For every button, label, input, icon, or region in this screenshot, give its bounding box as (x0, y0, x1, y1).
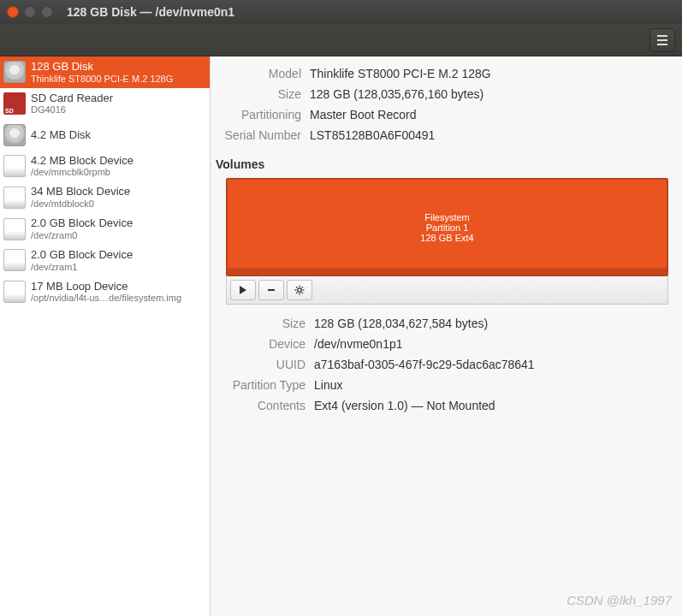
volume-toolbar (226, 276, 668, 305)
label-size: Size (216, 87, 301, 101)
label-contents: Contents (216, 399, 305, 412)
sidebar-item-text: 17 MB Loop Device/opt/nvidia/l4t-us…de/f… (31, 280, 181, 305)
sidebar-item-text: 128 GB DiskThinklife ST8000 PCI-E M.2 12… (31, 60, 173, 85)
detail-grid: Size 128 GB (128,034,627,584 bytes) Devi… (216, 317, 668, 412)
sidebar-item-title: SD Card Reader (31, 92, 113, 105)
volume-partition[interactable]: Filesystem Partition 1 128 GB Ext4 (226, 178, 668, 276)
value-size: 128 GB (128,035,676,160 bytes) (310, 87, 668, 101)
main-panel: Model Thinklife ST8000 PCI-E M.2 128G Si… (211, 56, 682, 616)
sidebar-item-subtitle: /dev/zram1 (31, 262, 133, 273)
value-uuid: a7163baf-0305-467f-9c29-5dac6ac78641 (314, 358, 668, 371)
unmount-button[interactable] (258, 280, 284, 300)
value-model: Thinklife ST8000 PCI-E M.2 128G (310, 67, 668, 80)
sidebar-item-title: 34 MB Block Device (31, 185, 130, 198)
sidebar: 128 GB DiskThinklife ST8000 PCI-E M.2 12… (0, 56, 211, 616)
play-icon (239, 286, 247, 294)
minus-icon (267, 286, 276, 294)
label-uuid: UUID (216, 358, 305, 371)
value-device: /dev/nvme0n1p1 (314, 337, 668, 351)
sidebar-item-text: 2.0 GB Block Device/dev/zram1 (31, 248, 133, 273)
titlebar: 128 GB Disk — /dev/nvme0n1 (0, 0, 682, 24)
sidebar-item-title: 4.2 MB Block Device (31, 154, 133, 168)
window-title: 128 GB Disk — /dev/nvme0n1 (67, 5, 234, 19)
toolbar (0, 24, 682, 56)
svg-rect-0 (268, 289, 275, 291)
label-model: Model (216, 67, 301, 80)
value-serial: LST85128B0A6F00491 (310, 128, 668, 142)
gear-icon (294, 285, 305, 295)
value-ptype: Linux (314, 378, 668, 392)
label-serial: Serial Number (216, 128, 301, 142)
sidebar-item-text: SD Card ReaderDG4016 (31, 92, 113, 116)
info-grid: Model Thinklife ST8000 PCI-E M.2 128G Si… (216, 67, 668, 142)
value-p-size: 128 GB (128,034,627,584 bytes) (314, 317, 668, 330)
sidebar-item-title: 2.0 GB Block Device (31, 248, 133, 262)
menu-button[interactable] (649, 28, 675, 52)
sidebar-item-subtitle: /dev/mmcblk0rpmb (31, 167, 133, 178)
close-icon[interactable] (7, 6, 19, 18)
blk-icon (3, 155, 26, 177)
sidebar-item-subtitle: /dev/mtdblock0 (31, 198, 130, 210)
sidebar-item-subtitle: DG4016 (31, 104, 113, 116)
sd-icon (3, 92, 26, 115)
label-partitioning: Partitioning (216, 108, 301, 121)
label-device: Device (216, 337, 305, 351)
settings-button[interactable] (287, 280, 312, 300)
blk-icon (3, 187, 26, 209)
sidebar-item-5[interactable]: 2.0 GB Block Device/dev/zram0 (0, 213, 210, 245)
sidebar-item-title: 4.2 MB Disk (31, 128, 91, 142)
sidebar-item-text: 2.0 GB Block Device/dev/zram0 (31, 216, 133, 241)
sidebar-item-4[interactable]: 34 MB Block Device/dev/mtdblock0 (0, 181, 210, 213)
sidebar-item-subtitle: /dev/zram0 (31, 230, 133, 241)
sidebar-item-title: 2.0 GB Block Device (31, 216, 133, 230)
sidebar-item-title: 128 GB Disk (31, 60, 173, 74)
value-partitioning: Master Boot Record (310, 108, 668, 121)
disk-icon (3, 61, 26, 83)
sidebar-item-1[interactable]: SD Card ReaderDG4016 (0, 88, 210, 120)
disk-icon (3, 124, 26, 146)
svg-line-6 (296, 287, 297, 287)
sidebar-item-0[interactable]: 128 GB DiskThinklife ST8000 PCI-E M.2 12… (0, 56, 210, 88)
value-contents: Ext4 (version 1.0) — Not Mounted (314, 399, 668, 412)
maximize-icon[interactable] (41, 6, 53, 18)
svg-line-8 (296, 293, 297, 293)
sidebar-item-2[interactable]: 4.2 MB Disk (0, 120, 210, 151)
svg-line-9 (302, 287, 303, 287)
sidebar-item-3[interactable]: 4.2 MB Block Device/dev/mmcblk0rpmb (0, 151, 210, 182)
svg-point-1 (298, 288, 301, 292)
content: 128 GB DiskThinklife ST8000 PCI-E M.2 12… (0, 56, 682, 616)
volumes-header: Volumes (216, 157, 668, 171)
loop-icon (3, 281, 26, 303)
sidebar-item-subtitle: /opt/nvidia/l4t-us…de/filesystem.img (31, 293, 181, 304)
label-p-size: Size (216, 317, 305, 330)
sidebar-item-title: 17 MB Loop Device (31, 280, 181, 293)
volume-inner-shadow (228, 180, 667, 275)
sidebar-item-text: 34 MB Block Device/dev/mtdblock0 (31, 185, 130, 210)
svg-line-7 (302, 293, 303, 293)
sidebar-item-subtitle: Thinklife ST8000 PCI-E M.2 128G (31, 74, 173, 85)
mount-button[interactable] (230, 280, 256, 300)
sidebar-item-text: 4.2 MB Block Device/dev/mmcblk0rpmb (31, 154, 133, 179)
sidebar-item-text: 4.2 MB Disk (31, 128, 91, 142)
blk-icon (3, 249, 26, 271)
hamburger-icon (656, 35, 668, 45)
sidebar-item-7[interactable]: 17 MB Loop Device/opt/nvidia/l4t-us…de/f… (0, 276, 210, 308)
label-ptype: Partition Type (216, 378, 305, 392)
minimize-icon[interactable] (24, 6, 36, 18)
blk-icon (3, 218, 26, 240)
sidebar-item-6[interactable]: 2.0 GB Block Device/dev/zram1 (0, 245, 210, 276)
